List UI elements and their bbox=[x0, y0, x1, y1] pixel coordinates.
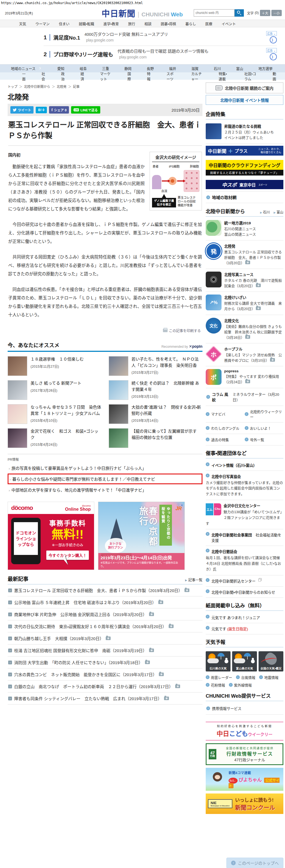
latest-article-row[interactable]: › 次代の日仏交流に期待 東京・迎賓館友好１６０周年祝う講演会（2019年3月2… bbox=[8, 620, 203, 632]
genki-junior-link[interactable]: ›元気です あつまれ！ジュニア bbox=[206, 612, 283, 623]
breadcrumb-item[interactable]: トップ bbox=[8, 84, 17, 89]
breadcrumb-item[interactable]: 北陸中日新聞から bbox=[17, 84, 50, 89]
weather-link[interactable]: › 雨雲レーダー bbox=[206, 675, 232, 680]
orikomi-link[interactable]: ›北陸中日新聞折込センター bbox=[206, 576, 283, 587]
keizai-item[interactable]: ↗% 北陸けいざい 財務次官ら講師 金大で寄付講義 来月から（3月20日） bbox=[206, 292, 283, 315]
photo-association-item[interactable]: ›北陸中日写真協会 カメラ撮影好きな仲間が集まっています。北陸のモデルを起用した… bbox=[206, 471, 283, 500]
category-nav-item[interactable]: 国際 bbox=[120, 71, 140, 81]
latest-article-row[interactable]: › 桂湯 吉江地区招魂社 国登録有形文化財に答申 南砺（2019年3月19日） bbox=[8, 645, 203, 656]
kodomo-weekly-banner[interactable]: 知的好奇心を刺激するこども新聞 中日こどもウイークリー bbox=[206, 722, 283, 741]
top-nav-item[interactable]: 囲碁・将棋 bbox=[161, 21, 176, 26]
region-nav-item[interactable]: 静岡 bbox=[117, 66, 139, 71]
mobile-service-link[interactable]: › 携帯情報サービス bbox=[206, 702, 283, 715]
genki-birthday-link[interactable]: ›元気です (誕生日指定) bbox=[206, 623, 283, 634]
font-larger-button[interactable]: ＋大 bbox=[260, 10, 270, 16]
recommend-item[interactable]: 美しさ 紙ってる 新聞アート (2017年3月26日) bbox=[8, 380, 102, 400]
weather-link[interactable]: › 紫外線情報 bbox=[229, 682, 252, 688]
recommend-item[interactable]: 大拙の書“進路”は？ 閉校する金沢・新竪町小所蔵 (2019年3月14日) bbox=[109, 404, 203, 424]
kikaku-item[interactable]: 昇龍道の新たなる挑戦 ２月２５日（月）ウィルあいち イベントは終了しました bbox=[206, 121, 283, 144]
region-nav-item[interactable]: 福井 bbox=[161, 66, 184, 71]
chunichi-plus-banner[interactable]: 中日新聞 ＋ プラス ニュース、おトク、毎日盛りだくさん bbox=[206, 146, 283, 156]
search-input[interactable] bbox=[194, 9, 235, 17]
latest-article-row[interactable]: › 障害者も同条件 シッティングバレー 立たない熱戦 広まれ（2019年3月17… bbox=[8, 692, 203, 705]
weather-national-tile[interactable]: 全国の天気・概況 bbox=[258, 651, 283, 672]
region-nav-item[interactable]: 長野 bbox=[139, 66, 161, 71]
senkyo-item[interactable]: 統一地方選2019 石川の関連ニュース 富山の関連ニュース bbox=[206, 217, 283, 240]
facebook-share-button[interactable]: f シェア 0 bbox=[49, 106, 69, 114]
ad-row[interactable]: 2 プロ野球やJリーグ速報も 代表戦の日程も一目で確認 話題のスポーツ情報も p… bbox=[44, 46, 277, 63]
category-nav-item[interactable]: 社会 bbox=[35, 71, 54, 81]
culture-center-item[interactable]: エム Chu 金沢中日文化センター 魅力の138講座が「めいてつ・エムザ」２階フ… bbox=[206, 500, 283, 529]
category-nav-item[interactable]: 特報 bbox=[140, 71, 159, 81]
latest-article-row[interactable]: › 悪玉コレステロール 正常回収できる肝細胞 金大、患者ｉＰＳから作製（2019… bbox=[8, 584, 203, 596]
top-nav-item[interactable]: 暮らし bbox=[185, 21, 196, 26]
gyosei-journal-banner[interactable]: 47行政 全国の新聞社と共同通信が提供 行財政情報サービス 47行政ジャーナル bbox=[206, 743, 283, 765]
weather-toyama-tile[interactable]: 富山県の天気 bbox=[232, 651, 257, 672]
sidebar-grid-link[interactable]: › わたしのアングル bbox=[206, 423, 245, 434]
hopeful-item[interactable]: ホ ホープフル 【楽しむ】マジック 消せぬ情熱 公務員やめプロに（3月10日） bbox=[206, 343, 283, 366]
top-nav-item[interactable]: 医療 bbox=[205, 21, 212, 26]
hatena-button[interactable]: B! 0 bbox=[36, 107, 47, 113]
region-nav-item[interactable]: 三重 bbox=[94, 66, 117, 71]
top-nav-item[interactable]: イベント bbox=[221, 21, 236, 26]
weather-link[interactable]: › 花粉情報 bbox=[206, 682, 225, 688]
latest-article-row[interactable]: › 商業地伸び率 片町急伸 公示地価 金沢駅周辺上回る（2019年3月20日） bbox=[8, 609, 203, 620]
region-nav-item[interactable]: 富山 bbox=[228, 66, 251, 71]
latest-article-row[interactable]: › 消防団 大学生出動 「町の防災 人任せにできない」（2019年3月18日） bbox=[8, 656, 203, 669]
region-nav-item[interactable]: 滋賀 bbox=[184, 66, 206, 71]
photo-news-item[interactable]: 北陸写真ニュース ホタルイカ 春の光跡 滑川で遊覧船試乗会（3月20日） bbox=[206, 269, 283, 292]
event-info-link[interactable]: ›イベント情報（石川・富山） bbox=[206, 460, 283, 471]
latest-article-row[interactable]: › 公示地価 富山市 ５年連続上昇 住宅地 砺波市は２年ぶり（2019年3月20… bbox=[8, 596, 203, 609]
tweet-button[interactable]: ツイート bbox=[10, 106, 34, 114]
bunka-item[interactable]: 文化 北陸文化 【美術】難病も自分の個性 きょうも絵筆 鈴木治男さん 秋に回顧展… bbox=[206, 315, 283, 343]
piyo-chan-banner[interactable]: 新聞4コマ連載 ねえ、 ぴよちゃん 公式サイト bbox=[206, 768, 283, 791]
category-nav-item[interactable]: 政治 bbox=[54, 71, 74, 81]
popress-item[interactable]: ポ popress 【特集】 やってます 変わり種採用（2月24日） bbox=[206, 366, 283, 388]
site-logo[interactable]: 中日新聞 | CHUNICHI Web bbox=[102, 7, 183, 19]
weather-link[interactable]: › 地震情報 bbox=[259, 675, 279, 680]
top-nav-item[interactable]: 進学・教育 bbox=[103, 21, 118, 26]
breadcrumb-item[interactable]: 記事 bbox=[67, 84, 79, 89]
pr-link-highlighted[interactable]: ›暮らしの小さな悩みや疑問に専門家が無料でお答えします！／中日教えてナビ bbox=[8, 473, 203, 484]
crowdfunding-banner[interactable]: 中日新聞のクラウドファンディング 挑戦する人と応援する人をつなぐ「夢チューブ」 bbox=[206, 160, 283, 176]
ad-arrow-icon[interactable]: 〉 bbox=[270, 36, 277, 43]
regional-coverage-link[interactable]: › 地域の取材網 bbox=[206, 191, 283, 203]
back-to-top-button[interactable]: ↑ このページのトップへ bbox=[226, 858, 283, 868]
recommend-item[interactable]: 金沢で花咲く 和ゴス 和装×ゴシック (2015年4月24日) bbox=[8, 428, 102, 448]
category-nav-item[interactable]: 社説・コラム bbox=[237, 71, 266, 81]
print-article-link[interactable]: この記事を印刷する bbox=[163, 328, 201, 333]
search-button[interactable] bbox=[235, 9, 244, 17]
oshirase-link[interactable]: ›北陸中日新聞・中日新聞からのお知らせ bbox=[206, 587, 283, 598]
recommend-item[interactable]: なっちゃん 幸せな３５７日間 染色体異常「１８トリソミー」少女アルバム (201… bbox=[8, 404, 102, 424]
region-nav-item[interactable]: 地方選挙 bbox=[251, 66, 280, 71]
top-nav-item[interactable]: 旅行 bbox=[128, 21, 135, 26]
latest-article-row[interactable]: › 白銀の立山 南北つなげ ポートラム初の新車両 ２２日から運行（2019年3月… bbox=[8, 680, 203, 692]
category-nav-item[interactable]: カルチャー bbox=[184, 71, 212, 81]
category-nav-item[interactable]: 経済 bbox=[74, 71, 93, 81]
region-nav-item[interactable]: 石川 bbox=[206, 66, 228, 71]
nie-concours-banner[interactable]: NIENewspaper in Education いっしょに読もう! 新聞コン… bbox=[206, 794, 283, 814]
category-nav-item[interactable]: 特集・連載 bbox=[211, 71, 237, 81]
top-nav-item[interactable]: 就職・転職 bbox=[79, 21, 94, 26]
sidebar-grid-link[interactable]: › 過去の特集 bbox=[206, 434, 245, 445]
recommend-item[interactable]: １８歳選挙権 １０倍楽しむ (2015年11月27日) bbox=[8, 356, 102, 376]
sidebar-grid-link[interactable]: › 号外一覧 bbox=[245, 434, 284, 445]
category-nav-item[interactable]: 一面 bbox=[15, 71, 35, 81]
recommend-item[interactable]: 【龍の背に乗って】左翼練習が示す 福田の微妙な立ち位置 bbox=[109, 428, 203, 448]
column-fumon-link[interactable]: › コラム 風紋 ミネラルウオーター（3月20日） bbox=[206, 388, 283, 406]
ad-row[interactable]: 1 満足度No.1 4000万ダウンロード突破 無料ニュースアプリ play.g… bbox=[44, 29, 277, 46]
category-nav-item[interactable]: 動画 bbox=[265, 71, 285, 81]
weather-link[interactable]: › 台風情報 bbox=[236, 675, 255, 680]
weather-ishikawa-tile[interactable]: 石川県の天気 bbox=[206, 651, 230, 672]
senkyo-link-ishikawa[interactable]: 石川の関連ニュース bbox=[224, 226, 256, 232]
region-nav-item[interactable]: 愛知 bbox=[49, 66, 72, 71]
kyoto-travel-ad[interactable]: ⓘ ✕ JR ゆったりと京都の桜を観賞 春の京都旅行 おトクな旅行プラン 往復新… bbox=[98, 502, 185, 570]
subscribe-button[interactable]: 北陸中日新聞 購読のご案内 bbox=[206, 83, 283, 93]
ishikawa-link[interactable]: ▶石川 bbox=[260, 209, 270, 215]
recommend-item[interactable]: 若い子たち、性を考えて。 ＮＰＯ法人「ピルコン」理事長 染矢明日香 (2015年… bbox=[109, 356, 203, 376]
top-nav-item[interactable]: 相談 bbox=[144, 21, 151, 26]
jigyodan-item[interactable]: ›北陸中日新聞社会事業団 社会福祉活動を支援 bbox=[206, 529, 283, 546]
toyama-link[interactable]: ▶富山 bbox=[274, 209, 283, 215]
pr-link[interactable]: ›旅の写真を投稿して豪華賞品をゲットしよう！中日旅行ナビ「ぶらっ人」 bbox=[8, 463, 203, 473]
font-smaller-button[interactable]: －小 bbox=[272, 10, 282, 16]
